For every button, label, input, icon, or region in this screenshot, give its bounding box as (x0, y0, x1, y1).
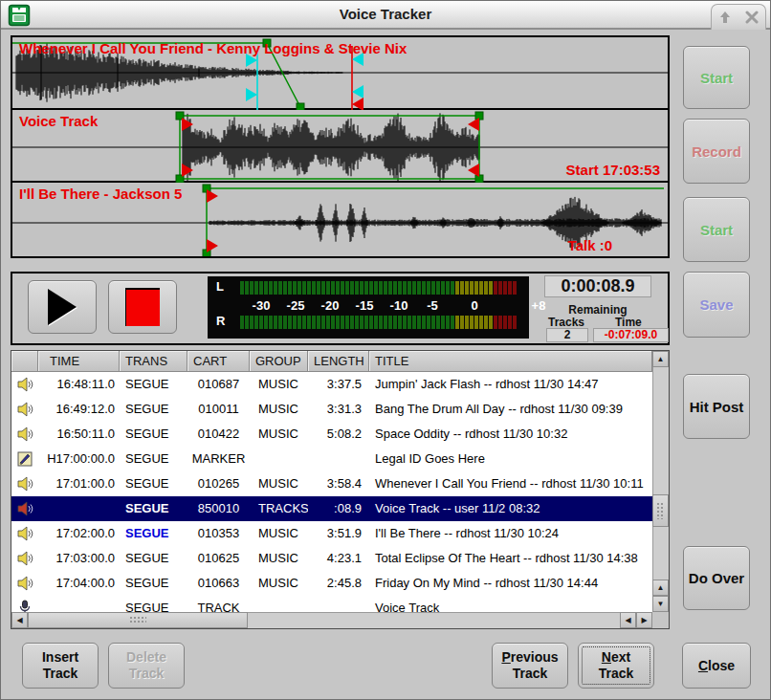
vu-segment (388, 281, 392, 295)
vu-segment (345, 316, 349, 329)
scroll-left-button[interactable]: ◀ (11, 612, 28, 628)
vu-segment (293, 316, 297, 329)
log-header-length[interactable]: LENGTH (308, 351, 369, 372)
vu-segment (302, 281, 306, 295)
stop-button[interactable] (108, 280, 177, 334)
vu-segment (513, 281, 517, 295)
vu-segment (245, 281, 249, 295)
speaker-red-icon (11, 496, 38, 521)
waveform-track-2[interactable]: Voice TrackStart 17:03:53 (12, 110, 668, 183)
vu-segment (393, 281, 397, 295)
log-row[interactable]: 16:50:11.0SEGUE010422MUSIC5:08.2Space Od… (11, 422, 652, 447)
cell-cart: 010687 (187, 372, 250, 397)
log-header-title[interactable]: TITLE (369, 351, 652, 372)
delete-track-button[interactable]: DeleteTrack (108, 643, 185, 689)
scroll-right-button[interactable]: ▶ (636, 612, 652, 628)
vu-segment (326, 281, 330, 295)
speaker-icon (11, 521, 38, 546)
log-row[interactable]: SEGUETRACKVoice Track (11, 596, 652, 612)
vu-scale-tick: -5 (427, 298, 438, 313)
vu-segment (412, 281, 416, 295)
cell-cart: TRACK (187, 596, 250, 612)
hit-post-button[interactable]: Hit Post (683, 374, 750, 439)
vu-segment (484, 281, 488, 295)
cell-trans: SEGUE (120, 397, 187, 422)
cell-trans: SEGUE (120, 372, 187, 397)
horizontal-scroll-thumb[interactable] (28, 612, 248, 628)
cell-title: Legal ID Goes Here (369, 447, 652, 471)
log-row[interactable]: 17:01:00.0SEGUE010265MUSIC3:58.4Whenever… (11, 471, 652, 496)
button-label: InsertTrack (42, 649, 78, 682)
cell-time: 17:02:00.0 (38, 521, 120, 546)
vu-segment (245, 316, 249, 329)
cell-group (250, 447, 308, 471)
save-button[interactable]: Save (683, 272, 750, 338)
vu-segment (259, 316, 263, 329)
vu-segment (341, 316, 344, 329)
marker-triangle (207, 239, 218, 252)
vu-segment (302, 316, 306, 329)
button-label: DeleteTrack (126, 649, 166, 682)
marker-triangle (352, 98, 363, 110)
start-button[interactable]: Start (683, 197, 750, 262)
vu-segment (336, 316, 340, 329)
vu-segment (355, 316, 359, 329)
vu-segment (498, 281, 502, 295)
play-button[interactable] (28, 280, 97, 334)
vu-segment (489, 281, 493, 295)
cell-title: Total Eclipse Of The Heart -- rdhost 11/… (369, 546, 652, 571)
scroll-up-button-2[interactable]: ▲ (652, 580, 669, 596)
vu-segment (297, 281, 301, 295)
log-row[interactable]: 16:49:12.0SEGUE010011MUSIC3:31.3Bang The… (11, 397, 652, 422)
vu-segment (398, 316, 402, 329)
do-over-button[interactable]: Do Over (683, 546, 750, 610)
cell-time: 17:01:00.0 (38, 471, 120, 496)
log-row[interactable]: 17:04:00.0SEGUE010663MUSIC2:45.8Friday O… (11, 571, 652, 596)
cell-title: Bang The Drum All Day -- rdhost 11/30 09… (369, 397, 652, 422)
start-button[interactable]: Start (683, 46, 750, 109)
vertical-scrollbar[interactable]: ▲ ▲ ▼ (652, 351, 669, 612)
vu-segment (369, 316, 373, 329)
log-row[interactable]: 17:03:00.0SEGUE010625MUSIC4:23.1Total Ec… (11, 546, 652, 571)
audio-waveform (183, 113, 479, 181)
vu-segment (513, 316, 517, 329)
waveform-track-1[interactable]: Whenever I Call You Friend - Kenny Loggi… (12, 37, 668, 110)
insert-track-button[interactable]: InsertTrack (22, 643, 99, 689)
shade-button[interactable] (717, 10, 733, 25)
vu-segment (345, 281, 349, 295)
close-button[interactable] (744, 10, 760, 25)
cell-length: 2:45.8 (308, 571, 369, 596)
log-row[interactable]: 16:48:11.0SEGUE010687MUSIC3:37.5Jumpin' … (11, 372, 652, 397)
close-button[interactable]: Close (682, 643, 751, 689)
cell-trans: SEGUE (120, 447, 187, 471)
cell-time: 16:48:11.0 (38, 372, 120, 397)
log-header: TIMETRANSCARTGROUPLENGTHTITLE (11, 351, 652, 372)
log-header-icon[interactable] (11, 351, 38, 372)
horizontal-scrollbar[interactable]: ◀ ◀ ▶ (11, 612, 652, 628)
waveform-track-3[interactable]: I'll Be There - Jackson 5Talk :0 (12, 183, 668, 256)
vu-segment (431, 316, 435, 329)
vu-segment (427, 316, 430, 329)
scroll-up-button[interactable]: ▲ (652, 351, 669, 367)
scroll-down-button[interactable]: ▼ (652, 596, 669, 612)
cell-group: MUSIC (250, 372, 308, 397)
next-track-button[interactable]: NextTrack (578, 643, 654, 689)
log-header-time[interactable]: TIME (38, 351, 120, 372)
vu-segment (508, 281, 512, 295)
vu-segment (460, 281, 464, 295)
log-row[interactable]: H17:00:00.0SEGUEMARKERLegal ID Goes Here (11, 447, 652, 471)
cell-group (250, 596, 308, 612)
scroll-left-button-2[interactable]: ◀ (620, 612, 636, 628)
log-row[interactable]: 17:02:00.0SEGUE010353MUSIC3:51.9I'll Be … (11, 521, 652, 546)
previous-track-button[interactable]: PreviousTrack (492, 643, 568, 689)
log-row[interactable]: SEGUE850010TRACKS:08.9Voice Track -- use… (11, 496, 652, 521)
vu-segment (374, 281, 378, 295)
record-button[interactable]: Record (683, 119, 750, 184)
log-header-trans[interactable]: TRANS (120, 351, 187, 372)
log-header-cart[interactable]: CART (187, 351, 250, 372)
speaker-icon (11, 422, 38, 447)
envelope-handle (297, 103, 304, 110)
vertical-scroll-thumb[interactable] (652, 494, 669, 527)
vu-segment (384, 281, 387, 295)
log-header-group[interactable]: GROUP (250, 351, 308, 372)
